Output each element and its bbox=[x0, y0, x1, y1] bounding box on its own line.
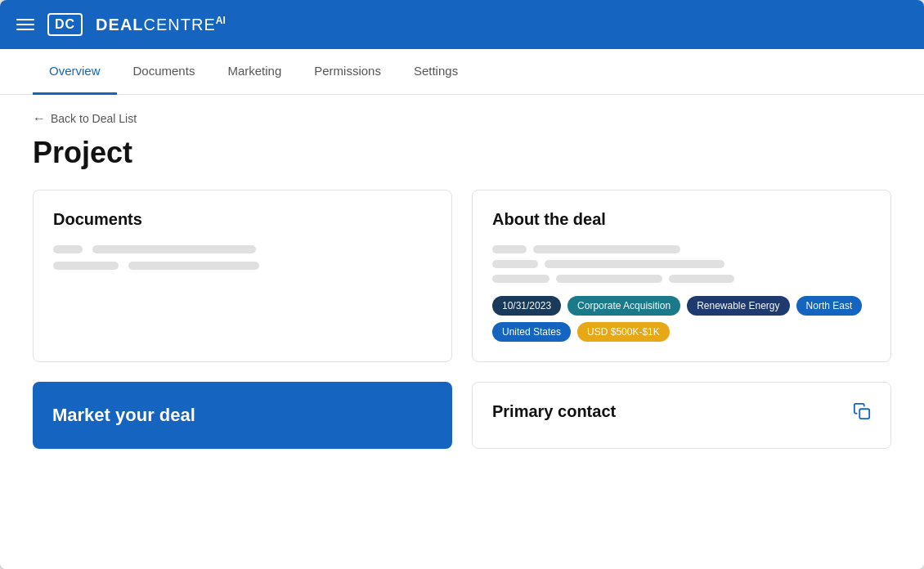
about-deal-title: About the deal bbox=[492, 210, 871, 229]
documents-card: Documents bbox=[33, 190, 452, 362]
logo-box: DC bbox=[47, 13, 83, 36]
badge-country: United States bbox=[492, 322, 571, 342]
nav-tabs: Overview Documents Marketing Permissions… bbox=[0, 49, 924, 95]
app-window: DC DEALCENTREAI Overview Documents Marke… bbox=[0, 0, 924, 569]
logo-text: DC bbox=[55, 17, 75, 31]
about-deal-card: About the deal bbox=[472, 190, 891, 362]
hamburger-menu-button[interactable] bbox=[16, 19, 34, 30]
badge-size: USD $500K-$1K bbox=[577, 322, 670, 342]
badge-date: 10/31/2023 bbox=[492, 296, 561, 316]
market-your-deal-card[interactable]: Market your deal bbox=[33, 382, 452, 449]
tab-marketing[interactable]: Marketing bbox=[211, 49, 298, 95]
skeleton-block bbox=[53, 262, 119, 270]
brand-name: DEALCENTREAI bbox=[96, 15, 226, 34]
tab-documents[interactable]: Documents bbox=[117, 49, 212, 95]
primary-contact-title: Primary contact bbox=[492, 402, 616, 421]
skeleton-block bbox=[492, 245, 527, 253]
skeleton-block bbox=[533, 245, 680, 253]
skeleton-row-2 bbox=[53, 262, 432, 270]
market-card-title: Market your deal bbox=[52, 405, 433, 426]
skeleton-group-2 bbox=[492, 260, 871, 268]
back-label: Back to Deal List bbox=[51, 112, 137, 125]
primary-contact-card: Primary contact bbox=[472, 382, 891, 449]
page-title: Project bbox=[33, 136, 891, 170]
header: DC DEALCENTREAI bbox=[0, 0, 924, 49]
skeleton-group-1 bbox=[492, 245, 871, 253]
badge-type: Corporate Acquisition bbox=[567, 296, 680, 316]
bottom-row: Market your deal Primary contact bbox=[33, 382, 891, 449]
copy-icon[interactable] bbox=[853, 402, 871, 423]
badge-region: North East bbox=[796, 296, 863, 316]
skeleton-block bbox=[92, 245, 256, 253]
skeleton-block bbox=[545, 260, 724, 268]
tab-settings[interactable]: Settings bbox=[397, 49, 474, 95]
skeleton-group-3 bbox=[492, 275, 871, 283]
skeleton-block bbox=[492, 275, 549, 283]
documents-skeleton bbox=[53, 245, 432, 270]
about-skeleton bbox=[492, 245, 871, 283]
documents-card-title: Documents bbox=[53, 210, 432, 229]
skeleton-block bbox=[53, 245, 83, 253]
badge-sector: Renewable Energy bbox=[687, 296, 789, 316]
skeleton-block bbox=[556, 275, 662, 283]
badges-section: 10/31/2023 Corporate Acquisition Renewab… bbox=[492, 296, 871, 342]
svg-rect-0 bbox=[859, 409, 869, 419]
back-arrow-icon: ← bbox=[33, 111, 46, 126]
skeleton-block bbox=[492, 260, 538, 268]
tab-overview[interactable]: Overview bbox=[33, 49, 117, 95]
main-content: ← Back to Deal List Project Documents bbox=[0, 95, 924, 569]
tab-permissions[interactable]: Permissions bbox=[298, 49, 397, 95]
skeleton-block bbox=[669, 275, 734, 283]
skeleton-block bbox=[128, 262, 259, 270]
skeleton-row-1 bbox=[53, 245, 432, 253]
back-to-deal-list[interactable]: ← Back to Deal List bbox=[33, 111, 891, 126]
cards-row: Documents About the deal bbox=[33, 190, 891, 362]
